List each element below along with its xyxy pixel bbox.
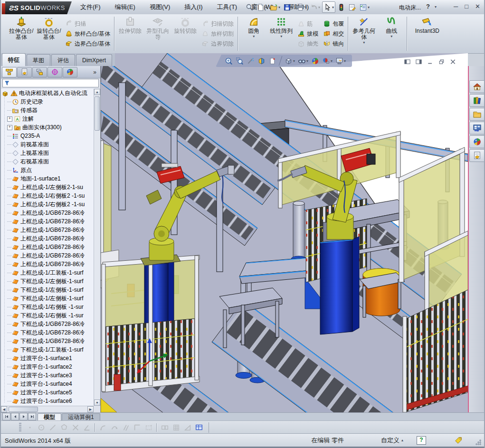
options-button[interactable] xyxy=(347,2,357,12)
tree-item[interactable]: 前视基准面 xyxy=(1,140,94,149)
tree-item[interactable]: 上框总成-1/GB6728-86冷 xyxy=(1,217,94,226)
help-caret[interactable]: ▾ xyxy=(435,5,437,9)
dropdown-caret[interactable]: ▾ xyxy=(253,34,255,38)
lofted-cut-button[interactable]: 放样切割 xyxy=(199,29,236,39)
lofted-boss-button[interactable]: 放样凸台/基体 xyxy=(63,29,113,39)
sketch-point-button[interactable] xyxy=(24,422,36,433)
rib-button[interactable]: 筋 xyxy=(295,19,321,29)
doc-restore-button[interactable] xyxy=(438,57,445,66)
pane-toggle-left-button[interactable] xyxy=(404,57,411,66)
dropdown-caret[interactable]: ▾ xyxy=(368,5,370,10)
tree-item[interactable]: +注解 xyxy=(1,114,94,123)
dropdown-caret[interactable]: ▾ xyxy=(363,40,365,45)
panel-overflow-chevron[interactable]: » xyxy=(90,69,99,76)
tab-featuremanager-tree[interactable] xyxy=(2,67,17,77)
tab-scroll-last-button[interactable] xyxy=(28,413,36,420)
tree-item[interactable]: 上框总成-1/GB6728-86冷 xyxy=(1,260,94,268)
maximize-button[interactable]: □ xyxy=(465,2,468,11)
sketch-angle-button[interactable] xyxy=(81,422,93,433)
tree-item[interactable]: 右视基准面 xyxy=(1,157,94,166)
document-title-dropdown[interactable]: 电动床... xyxy=(399,4,421,12)
sketch-corner-button[interactable] xyxy=(132,422,143,433)
sketch-parallel-button[interactable] xyxy=(120,422,132,433)
taskpane-view-palette-button[interactable] xyxy=(469,122,485,134)
tree-item[interactable]: 下框总成-1/左侧板-1-surf xyxy=(1,277,94,286)
3d-model-view[interactable] xyxy=(101,53,468,412)
menu-file[interactable]: 文件(F) xyxy=(73,0,108,14)
dropdown-caret[interactable]: ▾ xyxy=(331,59,333,63)
menu-tools[interactable]: 工具(T) xyxy=(210,0,245,14)
boss-extrude-button[interactable]: 拉伸凸台/基体 xyxy=(8,14,35,53)
doc-minimize-button[interactable] xyxy=(427,57,434,66)
tree-filter-input[interactable] xyxy=(2,79,99,87)
reference-geometry-button[interactable]: 参考几何体▾ xyxy=(350,14,378,53)
tree-horizontal-scrollbar[interactable]: ◀ ▶ xyxy=(1,406,94,412)
hole-wizard-button[interactable]: 异型孔向导 xyxy=(144,14,171,53)
doc-close-button[interactable] xyxy=(449,57,456,66)
extruded-cut-button[interactable]: 拉伸切除 xyxy=(116,14,144,53)
tree-item[interactable]: 上框总成-1/左侧板2-1-su xyxy=(1,183,94,191)
toolbar-drag-handle[interactable] xyxy=(19,423,21,432)
tab-scroll-prev-button[interactable] xyxy=(11,413,19,420)
apply-scene-button[interactable]: ▾ xyxy=(321,57,334,65)
dropdown-caret[interactable]: ▾ xyxy=(265,5,267,10)
tree-item[interactable]: 原点 xyxy=(1,166,94,174)
display-style-button[interactable]: ▾ xyxy=(296,57,310,65)
expand-toggle[interactable]: + xyxy=(7,116,12,122)
wrap-button[interactable]: 包覆 xyxy=(321,19,346,29)
close-button[interactable]: ✕ xyxy=(475,2,480,11)
tree-item[interactable]: 下框总成-1/右侧板 -1-sur xyxy=(1,311,94,320)
tab-dimxpert[interactable]: DimXpert xyxy=(76,54,112,66)
dropdown-caret[interactable]: ▾ xyxy=(293,59,295,63)
sketch-trim-button[interactable] xyxy=(70,422,81,433)
view-orientation-button[interactable]: ▾ xyxy=(283,57,296,65)
taskpane-resources-button[interactable] xyxy=(469,80,485,93)
menu-view[interactable]: 视图(V) xyxy=(143,0,177,14)
view-settings-button[interactable]: ▾ xyxy=(334,57,347,65)
sketch-line-button[interactable] xyxy=(47,422,58,433)
zoom-fit-button[interactable] xyxy=(223,57,234,65)
zoom-area-button[interactable] xyxy=(234,57,245,65)
scroll-down-arrow[interactable]: ▼ xyxy=(94,400,100,406)
expand-toggle[interactable]: + xyxy=(7,125,12,130)
boss-revolve-button[interactable]: 旋转凸台/基体 xyxy=(35,14,63,53)
tree-item[interactable]: 下框总成-1/右侧板 -1-sur xyxy=(1,303,94,311)
dropdown-caret[interactable]: ▾ xyxy=(278,5,280,10)
curves-button[interactable]: 曲线▾ xyxy=(378,14,405,53)
scroll-left-arrow[interactable]: ◀ xyxy=(1,406,7,412)
dropdown-caret[interactable]: ▾ xyxy=(390,34,392,38)
fillet-button[interactable]: 圆角▾ xyxy=(240,14,267,53)
tree-item[interactable]: 过渡平台-1-surface1 xyxy=(1,354,94,362)
tree-item[interactable]: 上视基准面 xyxy=(1,149,94,157)
tab-motion-study[interactable]: 运动算例1 xyxy=(62,413,100,421)
sketch-circle-button[interactable] xyxy=(36,422,47,433)
boundary-boss-button[interactable]: 边界凸台/基体 xyxy=(63,39,113,49)
taskpane-custom-properties-button[interactable] xyxy=(469,149,485,162)
tree-item[interactable]: 下框总成-1/GB6728-86冷 xyxy=(1,337,94,345)
help-button[interactable]: ? xyxy=(426,3,430,10)
tab-displaymanager[interactable] xyxy=(63,67,77,77)
tab-scroll-first-button[interactable] xyxy=(2,413,10,420)
dropdown-caret[interactable]: ▾ xyxy=(332,5,334,10)
tree-item[interactable]: +曲面实体(3300) xyxy=(1,123,94,132)
graphics-area[interactable]: ▾▾▾▾ xyxy=(101,53,468,412)
print-button[interactable]: ▾ xyxy=(295,2,308,12)
new-document-button[interactable]: ▾ xyxy=(256,2,268,12)
swept-cut-button[interactable]: 扫描切除 xyxy=(199,19,236,29)
tree-item[interactable]: 上框总成-1/右侧板2 -1-su xyxy=(1,200,94,209)
sketch-points-button[interactable] xyxy=(143,422,154,433)
tab-evaluate[interactable]: 评估 xyxy=(51,54,75,66)
section-view-button[interactable] xyxy=(256,57,267,65)
save-button[interactable]: ▾ xyxy=(282,2,295,12)
tab-scroll-next-button[interactable] xyxy=(19,413,28,420)
tree-item[interactable]: 下框总成-1/GB6728-86冷 xyxy=(1,320,94,328)
tag-icon[interactable] xyxy=(454,436,463,445)
tree-item[interactable]: 传感器 xyxy=(1,106,94,114)
intersect-button[interactable]: 相交 xyxy=(321,29,346,39)
tree-item[interactable]: 下框总成-1/工装板-1-surf xyxy=(1,345,94,354)
shell-button[interactable]: 抽壳 xyxy=(295,39,321,49)
draft-button[interactable]: 拔模 xyxy=(295,29,321,39)
revolved-cut-button[interactable]: 旋转切除 xyxy=(171,14,199,53)
scroll-thumb[interactable] xyxy=(9,407,38,412)
menu-insert[interactable]: 插入(I) xyxy=(177,0,209,14)
